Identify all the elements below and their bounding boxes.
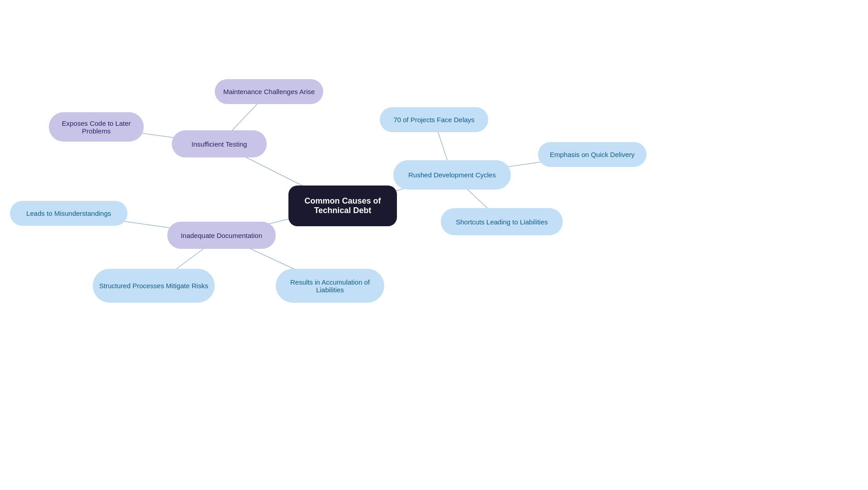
leads-misunderstandings-node: Leads to Misunderstandings [10, 201, 127, 226]
exposes-code-node: Exposes Code to Later Problems [49, 112, 144, 142]
structured-processes-node: Structured Processes Mitigate Risks [93, 269, 215, 303]
70-projects-node: 70 of Projects Face Delays [380, 107, 488, 132]
connections-svg [0, 0, 868, 490]
insufficient-testing-node: Insufficient Testing [172, 130, 267, 157]
diagram-container: Common Causes of Technical DebtInsuffici… [0, 0, 868, 490]
rushed-development-node: Rushed Development Cycles [393, 160, 511, 190]
shortcuts-liabilities-node: Shortcuts Leading to Liabilities [441, 208, 563, 235]
results-accumulation-node: Results in Accumulation of Liabilities [276, 269, 384, 303]
emphasis-quick-node: Emphasis on Quick Delivery [538, 142, 646, 167]
center-node: Common Causes of Technical Debt [288, 186, 397, 226]
maintenance-challenges-node: Maintenance Challenges Arise [215, 79, 323, 104]
inadequate-documentation-node: Inadequate Documentation [167, 222, 276, 249]
